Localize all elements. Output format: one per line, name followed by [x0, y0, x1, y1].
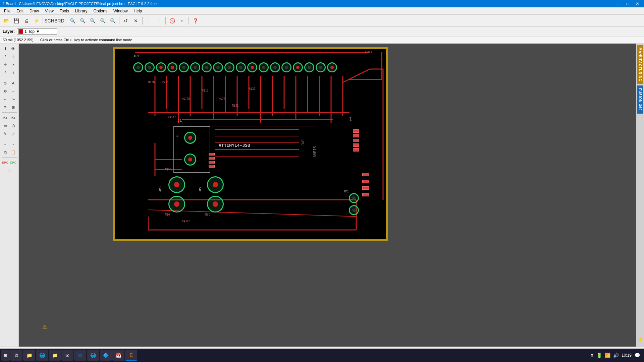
zoom-out-button[interactable]: -: [10, 140, 17, 148]
chrome-button[interactable]: 🌐: [87, 350, 99, 361]
trace-top: [135, 52, 370, 53]
app2-button[interactable]: 📅: [112, 350, 124, 361]
circle2-toolbar-button[interactable]: ○: [177, 16, 187, 25]
zoom-in-toolbar-button[interactable]: 🔍: [78, 16, 87, 25]
rz2-button[interactable]: Rz: [10, 114, 17, 121]
up-arrow-icon[interactable]: ⬆: [590, 353, 594, 358]
n32-label2: N$32: [249, 87, 255, 90]
pcb-board[interactable]: JP1: [113, 47, 388, 241]
layer-select[interactable]: 1 Top ▼: [17, 28, 57, 35]
measure-button[interactable]: ↔: [2, 96, 9, 103]
view-button[interactable]: 👁: [10, 45, 17, 52]
zoom-in-button[interactable]: +: [2, 140, 9, 148]
j1-pad2: [184, 154, 196, 166]
rotate-button[interactable]: ⟳: [2, 104, 9, 111]
zoom-fit-toolbar-button[interactable]: 🔍: [88, 16, 97, 25]
clock: 10:19: [622, 353, 632, 358]
sch-toolbar-button[interactable]: SCH: [45, 16, 54, 25]
smd-label: SMD: [301, 139, 305, 145]
volume-icon[interactable]: 🔊: [613, 353, 619, 358]
menu-item-edit[interactable]: Edit: [14, 8, 26, 14]
menu-item-help[interactable]: Help: [131, 8, 145, 14]
menu-item-file[interactable]: File: [1, 8, 13, 14]
stop-toolbar-button[interactable]: 🚫: [167, 16, 177, 25]
n32-label: N$32: [219, 98, 225, 101]
route-button[interactable]: ⌇: [10, 69, 17, 76]
n512-label: N$512: [168, 116, 176, 119]
title-text: 1 Board - C:\Users\LENOVO\Desktop\EAGLE …: [3, 2, 157, 6]
move-button[interactable]: ✛: [2, 61, 9, 68]
wavy-button[interactable]: 〜: [10, 96, 17, 103]
minimize-button[interactable]: ─: [614, 1, 622, 6]
info-button[interactable]: ℹ: [2, 45, 9, 52]
menu-item-options[interactable]: Options: [91, 8, 110, 14]
n12-label-top: N$12: [365, 51, 372, 54]
save-toolbar-button[interactable]: 💾: [11, 16, 21, 25]
power-button[interactable]: ⚡: [10, 130, 17, 137]
copy-button[interactable]: ⧉: [2, 148, 9, 156]
wire-button[interactable]: /: [2, 69, 9, 76]
app1-button[interactable]: 🔷: [100, 350, 112, 361]
jp2-label: JP2: [199, 186, 202, 192]
menu-item-library[interactable]: Library: [72, 8, 90, 14]
cam-toolbar-button[interactable]: ⚡: [32, 16, 41, 25]
zoom-custom-toolbar-button[interactable]: 🔍: [108, 16, 117, 25]
drc-button[interactable]: DRC: [10, 159, 17, 166]
sep2: [66, 17, 66, 24]
warning-icon[interactable]: ⚠: [42, 323, 47, 330]
warning-button[interactable]: ⚠: [6, 167, 13, 174]
explorer-button[interactable]: 📁: [49, 350, 61, 361]
erc-button[interactable]: ERC: [2, 159, 9, 166]
zoom-prev-toolbar-button[interactable]: 🔍: [98, 16, 107, 25]
canvas-area[interactable]: JP1: [19, 44, 636, 347]
paste-button[interactable]: 📋: [10, 148, 17, 156]
edit-button[interactable]: ✎: [2, 130, 9, 137]
toolbar: 📂💾🖨⚡SCHBRD🔍🔍🔍🔍🔍↺✕←→🚫○❓: [0, 15, 644, 27]
circle-button[interactable]: ⊙: [2, 79, 9, 87]
file-explorer-button[interactable]: 📁: [23, 350, 35, 361]
arrow-button[interactable]: →: [10, 87, 17, 95]
help-toolbar-button[interactable]: ❓: [191, 16, 200, 25]
print-toolbar-button[interactable]: 🖨: [21, 16, 31, 25]
edge-button[interactable]: 🌐: [36, 350, 48, 361]
close-button[interactable]: ✕: [634, 1, 641, 6]
rz-button[interactable]: Rz: [2, 114, 9, 121]
rect-button[interactable]: ▭: [2, 122, 9, 129]
brd-toolbar-button[interactable]: BRD: [55, 16, 64, 25]
menu-item-view[interactable]: View: [42, 8, 56, 14]
jp2-pads: [207, 176, 224, 213]
cross-button[interactable]: ⊹: [10, 53, 17, 60]
task-view-button[interactable]: 🖥: [10, 350, 22, 361]
fusion360-tab[interactable]: FUSION 360: [637, 85, 643, 113]
word-button[interactable]: W: [74, 350, 86, 361]
right-panel: MANUFACTURING FUSION 360 ⚡: [636, 44, 644, 347]
app2-icon: 📅: [115, 352, 122, 359]
word-icon: W: [77, 352, 84, 359]
settings-button[interactable]: ⚙: [2, 87, 9, 95]
polygon-button[interactable]: ⬡: [10, 122, 17, 129]
small-smd-right: [362, 173, 369, 196]
start-button[interactable]: ⊞: [1, 350, 10, 361]
arc-button[interactable]: ∧: [10, 61, 17, 68]
open-toolbar-button[interactable]: 📂: [1, 16, 11, 25]
menu-item-tools[interactable]: Tools: [57, 8, 72, 14]
zoom-out-toolbar-button[interactable]: 🔍: [68, 16, 77, 25]
maximize-button[interactable]: □: [624, 1, 631, 6]
sep6: [189, 17, 189, 24]
back-toolbar-button[interactable]: →: [154, 16, 164, 25]
mail-button[interactable]: ✉: [61, 350, 73, 361]
draw-line-button[interactable]: /: [2, 53, 9, 60]
eagle-button[interactable]: E: [125, 350, 137, 361]
menu-item-draw[interactable]: Draw: [27, 8, 42, 14]
fwd-toolbar-button[interactable]: ←: [144, 16, 154, 25]
text-button[interactable]: A: [10, 79, 17, 87]
layer-dropdown-arrow[interactable]: ▼: [36, 29, 40, 34]
manufacturing-tab[interactable]: MANUFACTURING: [637, 45, 643, 84]
grid-button[interactable]: ⊞: [10, 104, 17, 111]
lightning-icon[interactable]: ⚡: [637, 336, 644, 343]
menu-item-window[interactable]: Window: [111, 8, 130, 14]
edge-icon: 🌐: [39, 352, 45, 359]
undo-toolbar-button[interactable]: ↺: [121, 16, 130, 25]
cancel-toolbar-button[interactable]: ✕: [131, 16, 141, 25]
notification-icon[interactable]: 💬: [634, 353, 640, 358]
